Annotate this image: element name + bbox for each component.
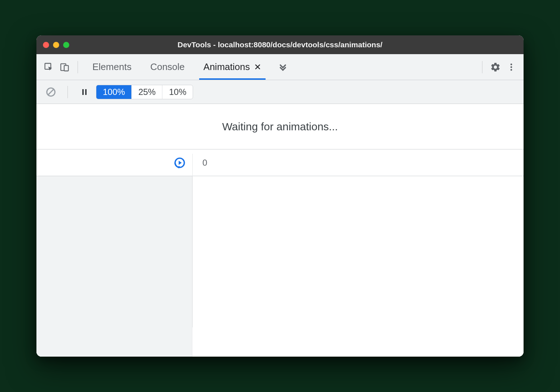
playback-speed-group: 100% 25% 10%: [96, 85, 193, 99]
kebab-icon: [507, 62, 516, 72]
animations-main: [36, 176, 524, 357]
separator: [78, 61, 78, 73]
timeline-replay: [36, 149, 192, 176]
waiting-message: Waiting for animations...: [36, 104, 524, 149]
close-icon[interactable]: ✕: [254, 62, 261, 72]
speed-label: 100%: [103, 87, 125, 97]
window-title: DevTools - localhost:8080/docs/devtools/…: [36, 40, 524, 49]
device-toggle-icon[interactable]: [57, 59, 73, 75]
gear-icon: [490, 62, 501, 73]
separator: [482, 61, 482, 73]
settings-button[interactable]: [487, 59, 503, 75]
replay-icon[interactable]: [174, 157, 186, 169]
select-element-icon[interactable]: [41, 59, 57, 75]
animations-timeline-pane: [192, 176, 524, 357]
tab-animations[interactable]: Animations ✕: [194, 54, 271, 80]
separator: [67, 86, 68, 98]
more-menu-button[interactable]: [503, 59, 519, 75]
svg-point-4: [511, 66, 512, 68]
animation-controls: 100% 25% 10%: [36, 80, 524, 104]
speed-label: 10%: [169, 87, 186, 97]
svg-point-3: [511, 64, 512, 65]
panel-tabs: Elements Console Animations ✕: [83, 54, 477, 80]
tab-label: Console: [150, 61, 184, 73]
timeline-start-label: 0: [202, 158, 207, 168]
svg-point-5: [511, 69, 512, 71]
tab-elements[interactable]: Elements: [83, 54, 141, 80]
timeline-header: 0: [36, 149, 524, 176]
titlebar: DevTools - localhost:8080/docs/devtools/…: [36, 35, 524, 54]
window-controls: [43, 42, 69, 48]
svg-rect-9: [85, 89, 87, 95]
tabs-bar: Elements Console Animations ✕: [36, 54, 524, 80]
devtools-window: DevTools - localhost:8080/docs/devtools/…: [36, 35, 524, 357]
window-close-button[interactable]: [43, 42, 49, 48]
pause-icon: [80, 88, 89, 96]
toolbar-right: [477, 59, 519, 75]
speed-25[interactable]: 25%: [132, 85, 162, 99]
window-zoom-button[interactable]: [63, 42, 69, 48]
speed-10[interactable]: 10%: [162, 85, 193, 99]
tab-console[interactable]: Console: [141, 54, 194, 80]
pause-button[interactable]: [76, 84, 92, 100]
tab-label: Elements: [92, 61, 131, 73]
window-minimize-button[interactable]: [53, 42, 59, 48]
tab-label: Animations: [204, 61, 250, 73]
more-tabs-button[interactable]: [271, 54, 295, 80]
timeline-ruler[interactable]: 0: [192, 149, 524, 176]
toolbar-left: [41, 59, 83, 75]
clear-icon: [45, 87, 56, 97]
svg-line-7: [48, 89, 54, 95]
speed-label: 25%: [138, 87, 156, 97]
animations-list-pane: [36, 176, 192, 357]
clear-button[interactable]: [43, 84, 59, 100]
svg-marker-11: [179, 161, 182, 165]
svg-rect-2: [64, 65, 69, 71]
svg-rect-8: [82, 89, 84, 95]
speed-100[interactable]: 100%: [96, 85, 132, 99]
